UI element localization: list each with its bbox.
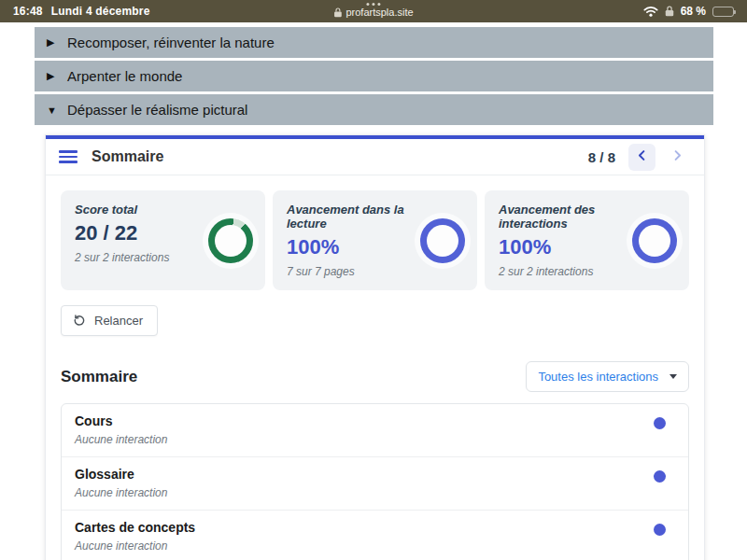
reading-donut-chart xyxy=(420,218,465,263)
restart-label: Relancer xyxy=(94,314,143,328)
rotate-ccw-icon xyxy=(73,313,86,329)
padlock-icon xyxy=(333,7,342,18)
accordion-label: Dépasser le réalisme pictural xyxy=(67,102,247,118)
statusbar-center: profartspla.site xyxy=(333,0,413,22)
restart-button[interactable]: Relancer xyxy=(61,305,158,336)
next-page-button[interactable] xyxy=(664,144,691,171)
stat-value: 20 / 22 xyxy=(75,221,196,245)
accordion-recomposer[interactable]: ▶ Recomposer, réinventer la nature xyxy=(35,27,713,58)
stat-title: Avancement des interactions xyxy=(499,203,620,231)
player-title: Sommaire xyxy=(92,148,163,165)
item-title: Glossaire xyxy=(75,467,647,482)
stat-title: Avancement dans la lecture xyxy=(287,203,408,231)
pager: 8 / 8 xyxy=(588,144,691,171)
chevron-right-icon xyxy=(670,148,684,165)
stat-title: Score total xyxy=(75,203,196,217)
stat-value: 100% xyxy=(499,235,620,259)
rotation-lock-icon xyxy=(665,6,674,17)
chevron-left-icon xyxy=(635,148,649,165)
status-dot-icon xyxy=(654,470,666,483)
interactions-donut-chart xyxy=(632,218,677,263)
caret-down-icon xyxy=(669,374,677,379)
item-subtitle: Aucune interaction xyxy=(75,539,647,553)
score-donut-chart xyxy=(208,218,253,263)
filter-label: Toutes les interactions xyxy=(538,370,658,384)
stat-value: 100% xyxy=(287,235,408,259)
prev-page-button[interactable] xyxy=(628,144,655,171)
statusbar-right: 68 % xyxy=(643,5,734,18)
wifi-icon xyxy=(643,6,658,17)
date: Lundi 4 décembre xyxy=(51,5,150,18)
summary-list: Cours Aucune interaction Glossaire Aucun… xyxy=(61,403,689,560)
triangle-right-icon: ▶ xyxy=(47,70,58,82)
status-dot-icon xyxy=(654,417,666,429)
item-title: Cours xyxy=(75,413,647,428)
site-domain: profartspla.site xyxy=(345,7,413,18)
statusbar-left: 16:48 Lundi 4 décembre xyxy=(13,5,150,18)
item-title: Cartes de concepts xyxy=(75,520,647,535)
page-indicator: 8 / 8 xyxy=(588,149,615,165)
screen: 16:48 Lundi 4 décembre profartspla.site … xyxy=(0,0,747,560)
accordion-group: ▶ Recomposer, réinventer la nature ▶ Arp… xyxy=(0,22,747,125)
accordion-depasser[interactable]: ▼ Dépasser le réalisme pictural xyxy=(35,94,713,125)
triangle-down-icon: ▼ xyxy=(47,105,58,116)
summary-heading: Sommaire xyxy=(61,368,137,386)
battery-icon xyxy=(712,7,734,17)
interactions-filter-dropdown[interactable]: Toutes les interactions xyxy=(526,361,689,392)
list-item-cartes-de-concepts[interactable]: Cartes de concepts Aucune interaction xyxy=(62,511,688,560)
stat-reading-progress: Avancement dans la lecture 100% 7 sur 7 … xyxy=(273,190,477,290)
url-pill[interactable]: profartspla.site xyxy=(333,7,413,18)
player-header: Sommaire 8 / 8 xyxy=(46,139,704,175)
clock: 16:48 xyxy=(13,5,43,18)
accordion-arpenter[interactable]: ▶ Arpenter le monde xyxy=(35,61,713,91)
summary-card: Sommaire 8 / 8 Score total 20 / 22 xyxy=(45,134,705,560)
stat-interactions-progress: Avancement des interactions 100% 2 sur 2… xyxy=(485,190,689,290)
stat-subtitle: 2 sur 2 interactions xyxy=(75,251,196,264)
item-subtitle: Aucune interaction xyxy=(75,433,647,446)
stat-subtitle: 2 sur 2 interactions xyxy=(499,265,620,278)
status-dot-icon xyxy=(654,524,666,536)
accordion-label: Recomposer, réinventer la nature xyxy=(67,35,275,50)
item-subtitle: Aucune interaction xyxy=(75,486,647,499)
accordion-label: Arpenter le monde xyxy=(67,68,182,84)
ios-status-bar: 16:48 Lundi 4 décembre profartspla.site … xyxy=(0,0,747,22)
stats-row: Score total 20 / 22 2 sur 2 interactions… xyxy=(46,175,704,290)
menu-icon[interactable] xyxy=(59,150,78,163)
tab-dots-icon[interactable] xyxy=(367,3,381,6)
stat-score-total: Score total 20 / 22 2 sur 2 interactions xyxy=(61,190,265,290)
stat-subtitle: 7 sur 7 pages xyxy=(287,265,408,278)
summary-header: Sommaire Toutes les interactions xyxy=(61,361,689,392)
battery-percent-label: 68 % xyxy=(681,5,706,18)
triangle-right-icon: ▶ xyxy=(47,36,58,49)
list-item-glossaire[interactable]: Glossaire Aucune interaction xyxy=(62,457,688,511)
list-item-cours[interactable]: Cours Aucune interaction xyxy=(62,404,688,457)
